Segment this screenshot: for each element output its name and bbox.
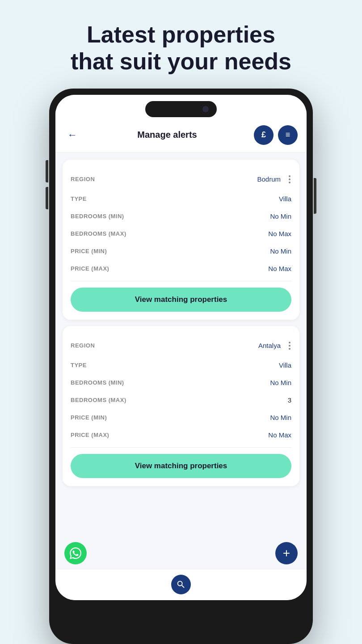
card-1-rows: REGION Bodrum TYPE Villa [71,169,291,277]
card-2-rows: REGION Antalya TYPE Villa [71,335,291,444]
alert-card-1: REGION Bodrum TYPE Villa [63,160,299,320]
card-1-region-right: Bodrum [257,174,291,185]
notch [145,101,217,117]
card-1-bedrooms-max-value: No Max [268,230,291,237]
card-1-price-max-label: PRICE (max) [71,265,109,272]
card-2-price-min-value: No Min [270,414,291,421]
screen-title: Manage alerts [137,130,197,140]
volume-up-btn [46,160,48,182]
header-actions: £ ≡ [254,125,298,145]
card-1-region-value: Bodrum [257,175,281,183]
card-2-bedrooms-min-label: BEDROOMS (min) [71,379,124,386]
card-2-price-max-label: PRICE (max) [71,432,109,438]
card-1-bedrooms-min-label: BEDROOMS (min) [71,213,124,220]
card-2-region-row: REGION Antalya [71,335,291,356]
card-1-price-max-row: PRICE (max) No Max [71,260,291,277]
card-2-region-value: Antalya [258,342,281,349]
volume-down-btn [46,187,48,209]
card-2-price-min-label: PRICE (min) [71,414,107,421]
search-icon [176,580,186,589]
card-1-region-row: REGION Bodrum [71,169,291,190]
card-2-price-max-row: PRICE (max) No Max [71,426,291,444]
card-1-options-button[interactable] [288,174,291,185]
card-2-bedrooms-max-label: BEDROOMS (max) [71,397,126,403]
card-2-type-row: TYPE Villa [71,356,291,374]
card-1-bedrooms-min-value: No Min [270,212,291,220]
card-2-bedrooms-min-row: BEDROOMS (min) No Min [71,374,291,391]
card-1-type-row: TYPE Villa [71,190,291,208]
currency-button[interactable]: £ [254,125,274,145]
card-2-type-value: Villa [279,361,291,369]
alert-card-2: REGION Antalya TYPE Villa [63,326,299,486]
card-2-region-right: Antalya [258,340,291,352]
page-header: Latest properties that suit your needs [0,0,362,89]
card-1-view-button[interactable]: View matching properties [71,288,291,312]
card-1-type-label: TYPE [71,195,87,202]
card-2-type-label: TYPE [71,362,87,369]
back-button[interactable]: ← [64,127,80,143]
card-1-bedrooms-max-label: BEDROOMS (max) [71,230,126,237]
menu-button[interactable]: ≡ [278,125,298,145]
card-1-bedrooms-min-row: BEDROOMS (min) No Min [71,208,291,225]
whatsapp-fab[interactable] [64,542,87,564]
card-2-price-max-value: No Max [268,431,291,439]
page-title: Latest properties that suit your needs [18,21,344,75]
card-1-bedrooms-max-row: BEDROOMS (max) No Max [71,225,291,242]
card-2-bedrooms-min-value: No Min [270,379,291,386]
card-1-price-min-row: PRICE (min) No Min [71,242,291,260]
card-1-price-max-value: No Max [268,265,291,272]
card-2-bedrooms-max-value: 3 [288,396,291,404]
scroll-area: REGION Bodrum TYPE Villa [55,153,307,600]
back-arrow-icon: ← [67,129,77,141]
card-2-options-button[interactable] [288,340,291,352]
card-2-bedrooms-max-row: BEDROOMS (max) 3 [71,391,291,409]
whatsapp-icon [70,547,81,559]
search-nav-button[interactable] [171,575,191,594]
add-icon: + [283,546,290,560]
card-1-price-min-label: PRICE (min) [71,248,107,254]
card-2-view-button[interactable]: View matching properties [71,454,291,478]
card-1-region-label: REGION [71,176,95,182]
front-camera [202,106,209,112]
bottom-navigation [55,569,307,600]
phone-device: ← Manage alerts £ ≡ REGION Bodrum [49,89,313,644]
card-1-price-min-value: No Min [270,247,291,255]
card-2-price-min-row: PRICE (min) No Min [71,409,291,426]
phone-screen: ← Manage alerts £ ≡ REGION Bodrum [55,95,307,600]
add-fab[interactable]: + [275,542,298,564]
power-btn [314,178,316,214]
card-1-divider [71,281,291,281]
card-2-region-label: REGION [71,342,95,349]
card-1-type-value: Villa [279,195,291,203]
card-2-divider [71,447,291,448]
